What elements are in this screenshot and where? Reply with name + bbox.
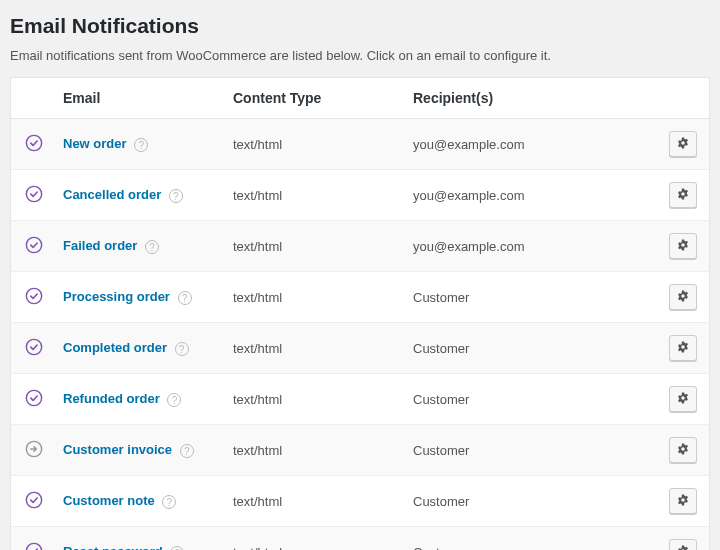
- svg-point-2: [26, 237, 41, 252]
- col-header-action: [653, 78, 709, 119]
- gear-icon: [676, 187, 690, 204]
- table-row: Failed order ? text/html you@example.com: [11, 221, 709, 272]
- status-enabled-icon: [25, 338, 43, 356]
- configure-button[interactable]: [669, 539, 697, 550]
- configure-button[interactable]: [669, 335, 697, 361]
- table-row: Processing order ? text/html Customer: [11, 272, 709, 323]
- svg-point-3: [26, 288, 41, 303]
- email-name-link[interactable]: Customer note: [63, 493, 155, 508]
- email-name-link[interactable]: Customer invoice: [63, 442, 172, 457]
- content-type-cell: text/html: [225, 170, 405, 221]
- status-enabled-icon: [25, 491, 43, 509]
- col-header-recipients: Recipient(s): [405, 78, 653, 119]
- recipients-cell: Customer: [405, 323, 653, 374]
- recipients-cell: Customer: [405, 425, 653, 476]
- status-enabled-icon: [25, 389, 43, 407]
- gear-icon: [676, 136, 690, 153]
- recipients-cell: Customer: [405, 527, 653, 551]
- status-enabled-icon: [25, 236, 43, 254]
- email-name-link[interactable]: Cancelled order: [63, 187, 161, 202]
- table-row: Completed order ? text/html Customer: [11, 323, 709, 374]
- help-icon[interactable]: ?: [167, 393, 181, 407]
- table-row: Refunded order ? text/html Customer: [11, 374, 709, 425]
- table-row: Reset password ? text/html Customer: [11, 527, 709, 551]
- gear-icon: [676, 391, 690, 408]
- page-title: Email Notifications: [10, 14, 710, 38]
- email-name-link[interactable]: Reset password: [63, 544, 163, 550]
- configure-button[interactable]: [669, 386, 697, 412]
- status-enabled-icon: [25, 185, 43, 203]
- content-type-cell: text/html: [225, 323, 405, 374]
- recipients-cell: you@example.com: [405, 119, 653, 170]
- recipients-cell: Customer: [405, 374, 653, 425]
- configure-button[interactable]: [669, 233, 697, 259]
- email-notifications-table: Email Content Type Recipient(s) New orde…: [10, 77, 710, 550]
- page-description: Email notifications sent from WooCommerc…: [10, 48, 710, 63]
- help-icon[interactable]: ?: [162, 495, 176, 509]
- content-type-cell: text/html: [225, 527, 405, 551]
- col-header-email: Email: [55, 78, 225, 119]
- content-type-cell: text/html: [225, 374, 405, 425]
- col-header-content-type: Content Type: [225, 78, 405, 119]
- table-row: Customer note ? text/html Customer: [11, 476, 709, 527]
- help-icon[interactable]: ?: [134, 138, 148, 152]
- status-enabled-icon: [25, 287, 43, 305]
- configure-button[interactable]: [669, 437, 697, 463]
- svg-point-0: [26, 135, 41, 150]
- gear-icon: [676, 340, 690, 357]
- recipients-cell: Customer: [405, 272, 653, 323]
- recipients-cell: you@example.com: [405, 170, 653, 221]
- recipients-cell: Customer: [405, 476, 653, 527]
- svg-point-7: [26, 492, 41, 507]
- content-type-cell: text/html: [225, 221, 405, 272]
- status-manual-icon: [25, 440, 43, 458]
- svg-point-4: [26, 339, 41, 354]
- svg-point-5: [26, 390, 41, 405]
- email-name-link[interactable]: Completed order: [63, 340, 167, 355]
- col-header-status: [11, 78, 55, 119]
- gear-icon: [676, 544, 690, 551]
- gear-icon: [676, 493, 690, 510]
- content-type-cell: text/html: [225, 272, 405, 323]
- content-type-cell: text/html: [225, 476, 405, 527]
- table-row: Customer invoice ? text/html Customer: [11, 425, 709, 476]
- table-row: Cancelled order ? text/html you@example.…: [11, 170, 709, 221]
- configure-button[interactable]: [669, 488, 697, 514]
- gear-icon: [676, 442, 690, 459]
- help-icon[interactable]: ?: [170, 546, 184, 550]
- configure-button[interactable]: [669, 182, 697, 208]
- status-enabled-icon: [25, 134, 43, 152]
- help-icon[interactable]: ?: [180, 444, 194, 458]
- help-icon[interactable]: ?: [145, 240, 159, 254]
- help-icon[interactable]: ?: [178, 291, 192, 305]
- status-enabled-icon: [25, 542, 43, 551]
- svg-point-1: [26, 186, 41, 201]
- email-name-link[interactable]: Refunded order: [63, 391, 160, 406]
- email-name-link[interactable]: Processing order: [63, 289, 170, 304]
- gear-icon: [676, 238, 690, 255]
- configure-button[interactable]: [669, 131, 697, 157]
- help-icon[interactable]: ?: [175, 342, 189, 356]
- email-name-link[interactable]: Failed order: [63, 238, 137, 253]
- configure-button[interactable]: [669, 284, 697, 310]
- table-row: New order ? text/html you@example.com: [11, 119, 709, 170]
- svg-point-8: [26, 543, 41, 550]
- content-type-cell: text/html: [225, 425, 405, 476]
- email-name-link[interactable]: New order: [63, 136, 127, 151]
- recipients-cell: you@example.com: [405, 221, 653, 272]
- help-icon[interactable]: ?: [169, 189, 183, 203]
- content-type-cell: text/html: [225, 119, 405, 170]
- gear-icon: [676, 289, 690, 306]
